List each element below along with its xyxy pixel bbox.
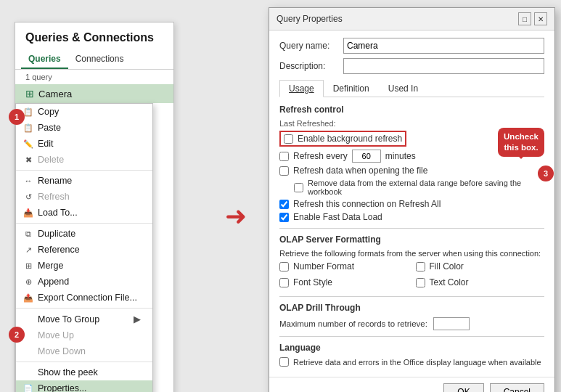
- olap-desc: Retrieve the following formats from the …: [279, 249, 544, 258]
- menu-item-export[interactable]: 📤 Export Connection File...: [16, 290, 152, 306]
- menu-item-merge[interactable]: ⊞ Merge: [16, 258, 152, 274]
- description-label: Description:: [279, 61, 337, 71]
- menu-item-properties[interactable]: 📄 Properties...: [16, 380, 152, 392]
- right-arrow: ➜: [225, 203, 247, 229]
- camera-query-item[interactable]: ⊞ Camera: [15, 84, 173, 103]
- dialog-tabs: Usage Definition Used In: [279, 80, 544, 97]
- copy-icon: 📋: [23, 107, 33, 117]
- language-title: Language: [279, 343, 544, 353]
- minutes-label: minutes: [385, 151, 416, 161]
- edit-icon: ✏️: [23, 139, 33, 149]
- enable-bg-refresh-row: Enable background refresh: [279, 131, 406, 147]
- refresh-minutes-input[interactable]: [352, 150, 381, 163]
- delete-icon: ✖: [23, 155, 33, 165]
- menu-item-reference[interactable]: ↗ Reference: [16, 242, 152, 258]
- menu-item-rename[interactable]: ↔ Rename: [16, 173, 152, 189]
- menu-item-duplicate[interactable]: ⧉ Duplicate: [16, 226, 152, 242]
- number-format-row: Number Format: [279, 261, 409, 271]
- text-color-checkbox[interactable]: [416, 278, 425, 287]
- menu-item-copy[interactable]: 📋 Copy: [16, 104, 152, 120]
- menu-item-delete: ✖ Delete: [16, 152, 152, 168]
- rename-icon: ↔: [23, 176, 33, 185]
- enable-bg-refresh-checkbox[interactable]: [284, 134, 293, 144]
- properties-icon: 📄: [23, 384, 33, 393]
- badge-3: 3: [538, 166, 554, 181]
- dialog-titlebar: Query Properties □ ✕: [269, 8, 554, 30]
- text-color-row: Text Color: [416, 277, 545, 287]
- description-input[interactable]: [343, 58, 544, 74]
- menu-item-move-group[interactable]: Move To Group ▶: [16, 311, 152, 327]
- dialog-window-controls: □ ✕: [518, 12, 547, 25]
- refresh-control-title: Refresh control: [279, 105, 544, 115]
- cancel-button[interactable]: Cancel: [490, 383, 544, 392]
- refresh-on-open-label: Refresh data when opening the file: [293, 166, 427, 176]
- menu-item-refresh: ↺ Refresh: [16, 189, 152, 205]
- export-icon: 📤: [23, 293, 33, 303]
- remove-data-checkbox[interactable]: [294, 183, 303, 192]
- language-label: Retrieve data and errors in the Office d…: [293, 358, 541, 367]
- text-color-label: Text Color: [430, 277, 469, 287]
- tab-queries[interactable]: Queries: [21, 50, 68, 69]
- menu-item-edit[interactable]: ✏️ Edit: [16, 136, 152, 152]
- remove-data-row: Remove data from the external data range…: [294, 179, 544, 196]
- fill-color-checkbox[interactable]: [416, 262, 425, 271]
- menu-item-paste[interactable]: 📋 Paste: [16, 120, 152, 136]
- description-row: Description:: [279, 58, 544, 74]
- tab-connections[interactable]: Connections: [68, 50, 131, 69]
- fill-color-label: Fill Color: [430, 261, 464, 271]
- badge-2: 2: [9, 327, 25, 343]
- refresh-on-all-row: Refresh this connection on Refresh All: [279, 199, 544, 209]
- fast-load-row: Enable Fast Data Load: [279, 212, 544, 222]
- enable-bg-refresh-label: Enable background refresh: [298, 134, 402, 144]
- font-style-row: Font Style: [279, 277, 409, 287]
- menu-item-load-to[interactable]: 📥 Load To...: [16, 205, 152, 221]
- minimize-button[interactable]: □: [518, 12, 531, 25]
- tab-usage[interactable]: Usage: [279, 80, 324, 97]
- merge-icon: ⊞: [23, 261, 33, 271]
- panel-title: Queries & Connections: [15, 23, 173, 50]
- paste-icon: 📋: [23, 123, 33, 133]
- number-format-checkbox[interactable]: [279, 262, 289, 271]
- append-icon: ⊕: [23, 277, 33, 287]
- tab-definition[interactable]: Definition: [324, 80, 379, 97]
- query-name-input[interactable]: [343, 38, 544, 54]
- number-format-label: Number Format: [293, 261, 354, 271]
- query-properties-dialog: Uncheck this box. Query Properties □ ✕ Q…: [269, 7, 555, 392]
- dialog-footer: OK Cancel: [269, 377, 554, 392]
- refresh-on-all-label: Refresh this connection on Refresh All: [293, 199, 441, 209]
- font-style-label: Font Style: [293, 277, 332, 287]
- close-button[interactable]: ✕: [534, 12, 547, 25]
- olap-drill-title: OLAP Drill Through: [279, 303, 544, 313]
- max-records-input[interactable]: [433, 317, 470, 330]
- queries-connections-panel: Queries & Connections Queries Connection…: [15, 22, 174, 392]
- load-icon: 📥: [23, 208, 33, 218]
- tab-used-in[interactable]: Used In: [379, 80, 427, 97]
- menu-item-peek[interactable]: Show the peek: [16, 364, 152, 380]
- query-name-label: Query name:: [279, 41, 337, 51]
- last-refreshed-label: Last Refreshed:: [279, 119, 544, 128]
- refresh-every-checkbox[interactable]: [279, 152, 289, 161]
- language-row: Retrieve data and errors in the Office d…: [279, 357, 544, 367]
- font-style-checkbox[interactable]: [279, 278, 289, 287]
- menu-item-move-down: Move Down: [16, 343, 152, 359]
- max-records-label: Maximum number of records to retrieve:: [279, 319, 427, 328]
- reference-icon: ↗: [23, 245, 33, 255]
- remove-data-label: Remove data from the external data range…: [308, 179, 544, 196]
- refresh-every-label: Refresh every: [293, 151, 348, 161]
- camera-label: Camera: [38, 89, 72, 99]
- menu-item-move-up: Move Up: [16, 327, 152, 343]
- ok-button[interactable]: OK: [443, 383, 483, 392]
- refresh-icon: ↺: [23, 192, 33, 202]
- fast-load-checkbox[interactable]: [279, 213, 289, 222]
- olap-grid: Number Format Fill Color Font Style Text…: [279, 261, 544, 290]
- submenu-arrow: ▶: [134, 314, 141, 324]
- refresh-on-all-checkbox[interactable]: [279, 200, 289, 209]
- language-checkbox[interactable]: [279, 357, 289, 367]
- menu-item-append[interactable]: ⊕ Append: [16, 274, 152, 290]
- olap-title: OLAP Server Formatting: [279, 234, 544, 245]
- query-name-row: Query name:: [279, 38, 544, 54]
- context-menu: 📋 Copy 📋 Paste ✏️ Edit ✖ Delete ↔: [15, 103, 153, 392]
- uncheck-callout: Uncheck this box.: [498, 128, 544, 157]
- refresh-on-open-checkbox[interactable]: [279, 166, 289, 176]
- query-count: 1 query: [15, 70, 173, 84]
